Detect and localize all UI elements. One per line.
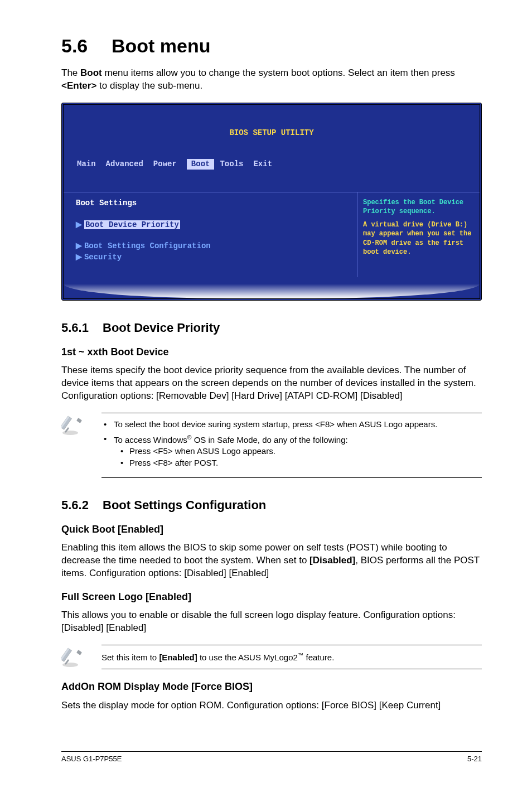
bios-title: BIOS SETUP UTILITY — [64, 126, 480, 138]
tab-exit: Exit — [253, 159, 282, 170]
body-addonrom: Sets the display mode for option ROM. Co… — [61, 699, 482, 712]
tab-boot: Boot — [187, 159, 215, 170]
heading-addonrom: AddOn ROM Display Mode [Force BIOS] — [61, 680, 482, 693]
intro-text: The Boot menu items allow you to change … — [61, 67, 482, 93]
note2-text: Set this item to [Enabled] to use the AS… — [101, 645, 482, 669]
bios-screenshot: BIOS SETUP UTILITY MainAdvancedPowerBoot… — [61, 103, 482, 301]
page-title: 5.6Boot menu — [61, 33, 482, 59]
bios-tabs: MainAdvancedPowerBootToolsExit — [64, 159, 480, 171]
body-1st-boot: These items specify the boot device prio… — [61, 364, 482, 403]
body-fullscreenlogo: This allows you to enable or disable the… — [61, 609, 482, 635]
tab-main: Main — [77, 159, 106, 170]
footer-right: 5-21 — [467, 754, 482, 764]
bios-help-2: A virtual drive (Drive B:) may appear wh… — [363, 220, 474, 257]
subsection-562: 5.6.2Boot Settings Configuration — [61, 497, 482, 514]
footer-left: ASUS G1-P7P55E — [61, 754, 122, 764]
bios-right-pane: Specifies the Boot Device Priority seque… — [357, 192, 480, 277]
bios-help-1: Specifies the Boot Device Priority seque… — [363, 198, 474, 216]
bios-item-config: Boot Settings Configuration — [84, 241, 211, 250]
pencil-icon — [61, 645, 88, 671]
heading-quickboot: Quick Boot [Enabled] — [61, 523, 482, 536]
bios-heading: Boot Settings — [76, 199, 137, 207]
note1-sub2: Press <F8> after POST. — [114, 457, 482, 468]
section-number: 5.6 — [61, 33, 112, 59]
heading-1st-boot: 1st ~ xxth Boot Device — [61, 345, 482, 359]
heading-fullscreenlogo: Full Screen Logo [Enabled] — [61, 590, 482, 603]
bios-item-security: Security — [84, 253, 122, 262]
body-quickboot: Enabling this item allows the BIOS to sk… — [61, 542, 482, 580]
tab-power: Power — [153, 159, 187, 170]
bios-left-pane: Boot Settings ▶ Boot Device Priority ▶ B… — [64, 192, 357, 277]
note-block-1: To select the boot device suring system … — [61, 413, 482, 478]
note1-item1: To select the boot device suring system … — [101, 419, 482, 430]
page-footer: ASUS G1-P7P55E 5-21 — [61, 751, 482, 764]
tab-advanced: Advanced — [106, 159, 153, 170]
note-block-2: Set this item to [Enabled] to use the AS… — [61, 645, 482, 671]
pencil-icon — [61, 413, 88, 439]
tab-tools: Tools — [220, 159, 253, 170]
subsection-561: 5.6.1Boot Device Priority — [61, 320, 482, 336]
bios-item-priority: Boot Device Priority — [84, 220, 180, 229]
note1-sub1: Press <F5> when ASUS Logo appears. — [114, 446, 482, 457]
section-title: Boot menu — [112, 35, 211, 56]
note1-item2: To access Windows® OS in Safe Mode, do a… — [101, 433, 482, 468]
